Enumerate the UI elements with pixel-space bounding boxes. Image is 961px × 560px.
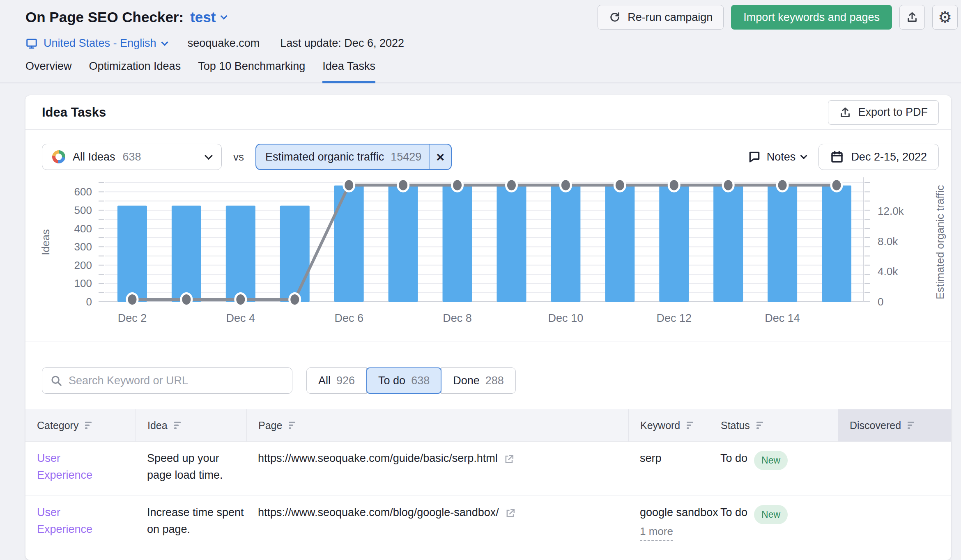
campaign-name: test <box>190 9 216 25</box>
tab-optimization-ideas[interactable]: Optimization Ideas <box>89 60 181 83</box>
svg-text:0: 0 <box>878 296 883 308</box>
sort-icon <box>756 421 766 429</box>
chevron-down-icon <box>205 151 213 160</box>
segment-done[interactable]: Done 288 <box>441 367 516 394</box>
status-text[interactable]: To do <box>720 450 747 467</box>
tabs: Overview Optimization Ideas Top 10 Bench… <box>25 60 961 83</box>
cell-keyword: serp <box>628 450 709 496</box>
svg-text:8.0k: 8.0k <box>878 235 898 248</box>
top-header: On Page SEO Checker: test Re-run campaig… <box>25 5 958 30</box>
calendar-icon <box>830 150 844 163</box>
column-label: Keyword <box>640 420 680 431</box>
date-range-picker[interactable]: Dec 2-15, 2022 <box>818 144 939 170</box>
page-url: https://www.seoquake.com/guide/basic/ser… <box>258 450 498 467</box>
chart-filter-row: All Ideas 638 vs Estimated organic traff… <box>25 130 951 170</box>
project-domain: seoquake.com <box>188 37 260 50</box>
speech-bubble-icon <box>748 150 761 163</box>
status-badge: New <box>754 451 788 470</box>
ideas-filter-dropdown[interactable]: All Ideas 638 <box>42 144 222 170</box>
category-link[interactable]: User Experience <box>37 504 103 537</box>
cell-keyword: google sandbox 1 more <box>628 504 709 550</box>
export-pdf-button[interactable]: Export to PDF <box>828 100 939 125</box>
segment-done-count: 288 <box>485 374 504 387</box>
export-pdf-label: Export to PDF <box>858 106 928 119</box>
tab-top10-benchmarking[interactable]: Top 10 Benchmarking <box>198 60 305 83</box>
cell-page: https://www.seoquake.com/blog/google-san… <box>246 504 628 550</box>
tab-idea-tasks[interactable]: Idea Tasks <box>322 60 375 83</box>
metric-chip-label: Estimated organic traffic <box>256 151 384 163</box>
ideas-dropdown-label: All Ideas <box>73 151 115 163</box>
cell-category: User Experience <box>25 504 136 550</box>
svg-text:300: 300 <box>74 241 92 253</box>
filter-right-group: Notes Dec 2-15, 2022 <box>748 144 939 170</box>
search-icon <box>50 374 62 387</box>
segment-all[interactable]: All 926 <box>306 367 367 394</box>
campaign-selector[interactable]: test <box>190 9 226 25</box>
category-link[interactable]: User Experience <box>37 450 103 483</box>
column-header-keyword[interactable]: Keyword <box>628 409 709 441</box>
cell-status: To do New <box>709 504 838 550</box>
keyword-text: serp <box>640 450 709 467</box>
external-link-icon[interactable] <box>503 453 515 465</box>
svg-text:Dec 8: Dec 8 <box>443 312 472 324</box>
svg-text:4.0k: 4.0k <box>878 265 898 278</box>
svg-text:Dec 10: Dec 10 <box>548 312 584 324</box>
cell-category: User Experience <box>25 450 136 496</box>
share-export-button[interactable] <box>899 5 925 30</box>
notes-dropdown[interactable]: Notes <box>748 150 807 163</box>
cell-status: To do New <box>709 450 838 496</box>
monitor-icon <box>25 37 38 50</box>
search-input[interactable] <box>42 367 292 394</box>
column-header-category[interactable]: Category <box>25 409 136 441</box>
import-keywords-button[interactable]: Import keywords and pages <box>731 5 892 30</box>
segment-todo[interactable]: To do 638 <box>366 367 441 394</box>
sub-header: United States - English seoquake.com Las… <box>25 37 404 50</box>
last-update: Last update: Dec 6, 2022 <box>280 37 404 50</box>
page-title: On Page SEO Checker: <box>25 9 184 25</box>
svg-text:Dec 12: Dec 12 <box>656 312 692 324</box>
column-label: Page <box>258 420 282 431</box>
tab-overview[interactable]: Overview <box>25 60 72 83</box>
column-header-status[interactable]: Status <box>709 409 838 441</box>
svg-text:0: 0 <box>86 296 92 308</box>
locale-selector[interactable]: United States - English <box>25 37 167 50</box>
svg-text:12.0k: 12.0k <box>878 205 904 217</box>
column-label: Category <box>37 420 78 431</box>
idea-tasks-card: Idea Tasks Export to PDF All Ideas 638 v… <box>25 95 951 560</box>
title-wrap: On Page SEO Checker: test <box>25 9 226 25</box>
metric-chip[interactable]: Estimated organic traffic 15429 × <box>255 144 452 170</box>
tabs-bar: Overview Optimization Ideas Top 10 Bench… <box>0 60 961 83</box>
column-label: Idea <box>147 420 168 431</box>
external-link-icon[interactable] <box>505 507 516 519</box>
notes-label: Notes <box>767 151 796 163</box>
svg-text:600: 600 <box>74 186 92 198</box>
top-actions: Re-run campaign Import keywords and page… <box>598 5 958 30</box>
svg-text:Dec 2: Dec 2 <box>118 312 147 324</box>
column-header-discovered[interactable]: Discovered <box>838 409 951 441</box>
import-keywords-label: Import keywords and pages <box>743 11 880 24</box>
refresh-icon <box>609 11 621 23</box>
card-header: Idea Tasks Export to PDF <box>25 95 951 130</box>
column-header-idea[interactable]: Idea <box>136 409 246 441</box>
column-label: Discovered <box>850 420 901 431</box>
upload-icon <box>839 106 851 119</box>
sort-icon <box>174 421 183 429</box>
svg-text:Dec 6: Dec 6 <box>334 312 363 324</box>
idea-tasks-table: Category Idea Page Keyword Status <box>25 409 951 550</box>
segment-todo-label: To do <box>378 374 405 387</box>
status-text[interactable]: To do <box>720 504 747 521</box>
chart-svg: 010020030040050060004.0k8.0k12.0kDec 2De… <box>25 177 951 342</box>
keyword-more-link[interactable]: 1 more <box>640 523 673 541</box>
column-label: Status <box>721 420 750 431</box>
sort-icon <box>687 421 696 429</box>
column-header-page[interactable]: Page <box>246 409 628 441</box>
table-row: User Experience Increase time spent on p… <box>25 496 951 550</box>
sort-icon <box>85 421 94 429</box>
rerun-campaign-button[interactable]: Re-run campaign <box>598 5 724 30</box>
svg-text:100: 100 <box>74 277 92 289</box>
close-icon[interactable]: × <box>429 145 451 169</box>
ideas-donut-icon <box>52 150 65 163</box>
settings-button[interactable]: ⚙ <box>932 5 958 30</box>
ideas-vs-traffic-chart: 010020030040050060004.0k8.0k12.0kDec 2De… <box>25 177 951 342</box>
sort-icon <box>908 421 917 429</box>
